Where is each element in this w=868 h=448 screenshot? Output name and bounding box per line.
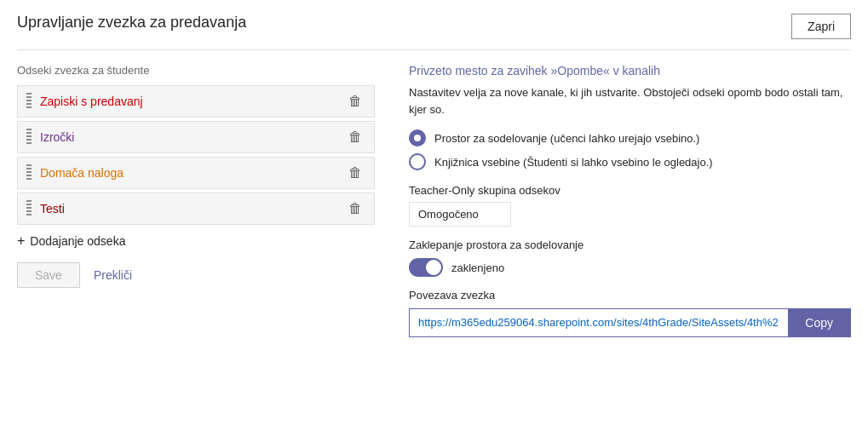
save-button[interactable]: Save (17, 262, 80, 288)
radio-item-collaboration[interactable]: Prostor za sodelovanje (učenci lahko ure… (409, 129, 851, 146)
section-item[interactable]: Testi 🗑 (17, 192, 375, 225)
radio-item-library[interactable]: Knjižnica vsebine (Študenti si lahko vse… (409, 153, 851, 170)
notes-section-title: Privzeto mesto za zavihek »Opombe« v kan… (409, 64, 851, 78)
delete-icon[interactable]: 🗑 (345, 201, 365, 216)
teacher-only-label: Teacher-Only skupina odsekov (409, 184, 851, 197)
add-section-label: Dodajanje odseka (30, 234, 125, 248)
cancel-button[interactable]: Prekliči (94, 263, 132, 287)
drag-handle (26, 93, 32, 110)
toggle-row: zaklenjeno (409, 258, 851, 277)
drag-handle (26, 129, 32, 146)
radio-label-collaboration: Prostor za sodelovanje (učenci lahko ure… (434, 132, 699, 145)
delete-icon[interactable]: 🗑 (345, 165, 365, 181)
link-section: Povezava zvezka https://m365edu259064.sh… (409, 289, 851, 337)
divider (17, 49, 851, 50)
copy-button[interactable]: Copy (788, 309, 850, 336)
toggle-text: zaklenjeno (451, 261, 504, 274)
close-button[interactable]: Zapri (791, 14, 851, 39)
radio-label-library: Knjižnica vsebine (Študenti si lahko vse… (434, 156, 713, 169)
main-content: Odseki zvezka za študente Zapiski s pred… (17, 64, 851, 434)
delete-icon[interactable]: 🗑 (345, 129, 365, 145)
section-item[interactable]: Izročki 🗑 (17, 121, 375, 153)
radio-group: Prostor za sodelovanje (učenci lahko ure… (409, 129, 851, 170)
link-row: https://m365edu259064.sharepoint.com/sit… (409, 308, 851, 337)
left-panel: Odseki zvezka za študente Zapiski s pred… (17, 64, 375, 434)
header: Upravljanje zvezka za predavanja Zapri (17, 14, 851, 39)
notes-description: Nastavitev velja za nove kanale, ki jih … (409, 84, 851, 118)
lock-label: Zaklepanje prostora za sodelovanje (409, 238, 851, 251)
section-item-text: Zapiski s predavanj (40, 95, 345, 108)
section-item[interactable]: Domača naloga 🗑 (17, 157, 375, 189)
add-section-button[interactable]: + Dodajanje odseka (17, 233, 375, 249)
page-container: Upravljanje zvezka za predavanja Zapri O… (0, 0, 868, 448)
lock-toggle[interactable] (409, 258, 443, 277)
enabled-text: Omogočeno (409, 202, 511, 227)
delete-icon[interactable]: 🗑 (345, 94, 365, 109)
section-list: Zapiski s predavanj 🗑 Izročki 🗑 Domača n… (17, 85, 375, 225)
drag-handle (26, 164, 32, 181)
section-item-text: Testi (40, 202, 345, 215)
plus-icon: + (17, 233, 25, 249)
section-item-text: Domača naloga (40, 166, 345, 180)
drag-handle (26, 200, 32, 217)
button-row: Save Prekliči (17, 262, 375, 288)
sections-label: Odseki zvezka za študente (17, 64, 375, 77)
section-item-text: Izročki (40, 130, 345, 144)
link-url: https://m365edu259064.sharepoint.com/sit… (410, 309, 788, 336)
radio-circle-selected (409, 129, 426, 146)
page-title: Upravljanje zvezka za predavanja (17, 14, 246, 32)
link-label: Povezava zvezka (409, 289, 851, 302)
radio-circle-unselected (409, 153, 426, 170)
lock-section: Zaklepanje prostora za sodelovanje zakle… (409, 238, 851, 277)
section-item[interactable]: Zapiski s predavanj 🗑 (17, 85, 375, 118)
right-panel: Privzeto mesto za zavihek »Opombe« v kan… (409, 64, 851, 434)
